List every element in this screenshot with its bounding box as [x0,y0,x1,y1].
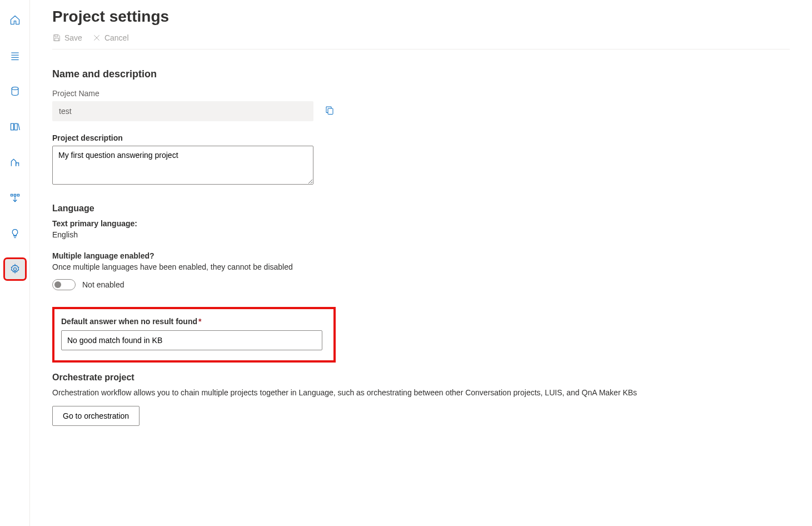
svg-point-12 [13,268,16,271]
required-star: * [198,317,201,326]
lightbulb-icon [9,228,21,239]
sidebar-item-home[interactable] [5,10,25,30]
svg-rect-9 [14,194,16,196]
svg-rect-8 [11,194,12,196]
page-title: Project settings [52,8,790,26]
default-answer-label: Default answer when no result found* [61,317,327,326]
project-desc-input[interactable] [52,146,313,185]
toolbar: Save Cancel [52,33,790,49]
deploy-icon [9,192,21,204]
save-button[interactable]: Save [52,33,82,42]
svg-rect-17 [328,108,333,115]
copy-icon [325,105,335,115]
multi-language-label: Multiple language enabled? [52,251,790,260]
cancel-label: Cancel [104,33,129,42]
sidebar-item-deploy[interactable] [5,188,25,208]
svg-rect-6 [14,123,17,130]
multi-language-toggle[interactable] [52,279,76,290]
sidebar-item-data[interactable] [5,81,25,101]
default-answer-label-text: Default answer when no result found [61,317,197,326]
svg-rect-5 [11,123,13,130]
section-orchestrate: Orchestrate project [52,373,790,383]
home-icon [9,14,21,26]
main-content: Project settings Save Cancel Name and de… [30,0,812,526]
orchestrate-text: Orchestration workflow allows you to cha… [52,388,790,397]
svg-line-7 [18,123,19,130]
default-answer-highlight: Default answer when no result found* [52,307,336,363]
section-name-desc: Name and description [52,68,790,80]
gear-icon [9,264,21,275]
project-name-input [52,101,313,121]
library-icon [9,121,21,132]
list-icon [9,50,21,61]
primary-language-value: English [52,230,790,239]
multi-language-toggle-label: Not enabled [82,280,124,289]
sidebar [0,0,30,526]
save-icon [52,33,61,42]
project-desc-label: Project description [52,133,790,142]
buildings-icon [9,157,21,168]
go-to-orchestration-button[interactable]: Go to orchestration [52,406,140,426]
svg-rect-10 [17,194,19,196]
sidebar-item-library[interactable] [5,117,25,137]
close-icon [92,33,101,42]
toggle-knob [54,281,61,288]
save-label: Save [64,33,82,42]
multi-language-note: Once multiple languages have been enable… [52,262,790,271]
sidebar-item-buildings[interactable] [5,152,25,172]
svg-rect-14 [55,38,59,41]
cancel-button[interactable]: Cancel [92,33,129,42]
primary-language-label: Text primary language: [52,219,790,228]
section-language: Language [52,204,790,214]
database-icon [9,86,21,97]
sidebar-item-insights[interactable] [5,224,25,244]
svg-rect-13 [55,35,58,37]
sidebar-item-settings[interactable] [5,259,25,279]
svg-point-4 [12,87,18,90]
project-name-label: Project Name [52,89,790,98]
default-answer-input[interactable] [61,330,322,350]
copy-name-button[interactable] [325,105,335,117]
sidebar-item-list[interactable] [5,46,25,66]
